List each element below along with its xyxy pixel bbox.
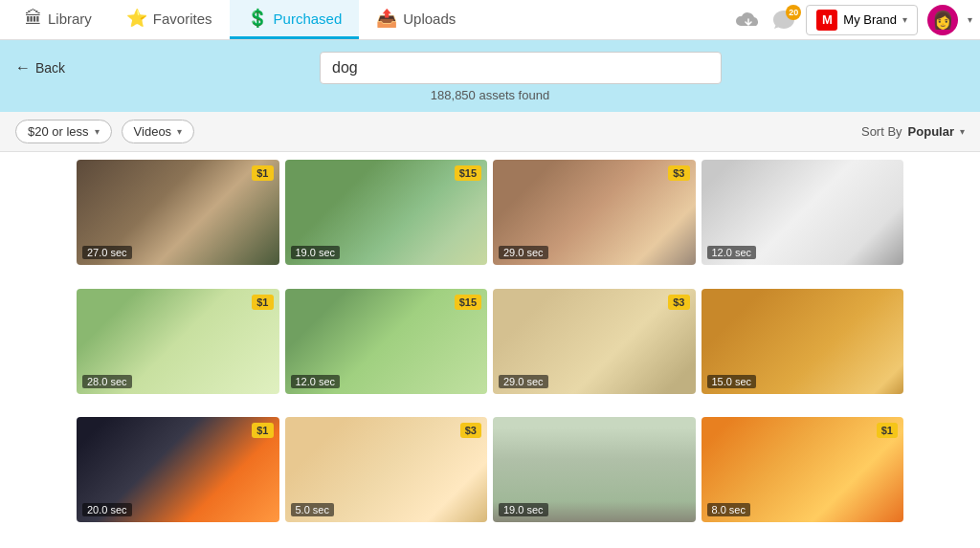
duration-tag: 19.0 sec xyxy=(291,246,341,259)
uploads-icon: 📤 xyxy=(376,8,397,29)
duration-tag: 12.0 sec xyxy=(291,375,341,388)
price-tag: $15 xyxy=(455,165,481,181)
search-bar-area: ← Back 188,850 assets found xyxy=(0,40,980,112)
price-filter-label: $20 or less xyxy=(28,124,89,139)
back-arrow-icon: ← xyxy=(15,59,31,77)
price-tag: $3 xyxy=(668,165,689,181)
duration-tag: 29.0 sec xyxy=(499,375,548,388)
video-thumb[interactable]: $1512.0 sec xyxy=(285,289,488,394)
video-thumb[interactable]: $35.0 sec xyxy=(285,417,488,522)
video-thumb[interactable]: 15.0 sec xyxy=(702,289,904,394)
back-button[interactable]: ← Back xyxy=(15,59,65,77)
brand-dropdown[interactable]: M My Brand ▾ xyxy=(806,5,918,35)
brand-letter: M xyxy=(816,10,837,31)
video-thumb[interactable]: $128.0 sec xyxy=(77,289,279,394)
type-filter[interactable]: Videos ▾ xyxy=(122,120,195,143)
sort-chevron-icon: ▾ xyxy=(960,126,965,137)
sort-by[interactable]: Sort By Popular ▾ xyxy=(861,124,965,139)
nav-right: 20 M My Brand ▾ 👩 ▾ xyxy=(735,0,972,39)
price-filter-chevron-icon: ▾ xyxy=(95,126,100,137)
main-content: ← Back 188,850 assets found $20 or less … xyxy=(0,40,980,548)
video-thumb[interactable]: 19.0 sec xyxy=(493,417,696,522)
tab-purchased-label: Purchased xyxy=(274,11,343,27)
duration-tag: 28.0 sec xyxy=(82,375,132,388)
tab-library[interactable]: 🏛 Library xyxy=(8,0,109,39)
duration-tag: 29.0 sec xyxy=(499,246,548,259)
duration-tag: 27.0 sec xyxy=(82,246,132,259)
avatar-chevron-icon: ▾ xyxy=(968,14,972,25)
price-tag: $15 xyxy=(455,295,481,310)
avatar-emoji: 👩 xyxy=(932,10,953,31)
filter-bar: $20 or less ▾ Videos ▾ Sort By Popular ▾ xyxy=(0,112,980,152)
video-thumb[interactable]: 12.0 sec xyxy=(702,160,904,265)
duration-tag: 8.0 sec xyxy=(707,503,750,516)
duration-tag: 5.0 sec xyxy=(291,503,334,516)
brand-chevron-icon: ▾ xyxy=(902,14,907,25)
results-count: 188,850 assets found xyxy=(431,88,549,102)
tab-favorites-label: Favorites xyxy=(153,11,212,27)
price-filter[interactable]: $20 or less ▾ xyxy=(15,120,112,143)
price-tag: $3 xyxy=(460,423,481,438)
sort-by-label: Sort By xyxy=(861,124,902,139)
video-thumb[interactable]: $127.0 sec xyxy=(77,160,279,265)
type-filter-label: Videos xyxy=(134,124,172,139)
favorites-icon: ⭐ xyxy=(126,8,147,29)
tab-uploads-label: Uploads xyxy=(403,11,456,27)
video-grid: $127.0 sec$1519.0 sec$329.0 sec12.0 sec$… xyxy=(0,152,980,548)
video-thumb[interactable]: $18.0 sec xyxy=(702,417,904,522)
chat-button[interactable]: 20 xyxy=(771,9,796,32)
duration-tag: 20.0 sec xyxy=(82,503,132,516)
price-tag: $1 xyxy=(252,295,273,310)
tab-favorites[interactable]: ⭐ Favorites xyxy=(109,0,230,39)
duration-tag: 19.0 sec xyxy=(499,503,548,516)
type-filter-chevron-icon: ▾ xyxy=(177,126,182,137)
duration-tag: 12.0 sec xyxy=(707,246,757,259)
duration-tag: 15.0 sec xyxy=(707,375,757,388)
top-nav: 🏛 Library ⭐ Favorites 💲 Purchased 📤 Uplo… xyxy=(0,0,980,40)
search-input-wrap xyxy=(320,52,722,84)
price-tag: $1 xyxy=(877,423,898,438)
video-thumb[interactable]: $329.0 sec xyxy=(493,160,696,265)
price-tag: $1 xyxy=(252,423,273,438)
library-icon: 🏛 xyxy=(25,9,42,29)
price-tag: $3 xyxy=(668,295,689,310)
tab-purchased[interactable]: 💲 Purchased xyxy=(230,0,360,39)
sort-by-value: Popular xyxy=(908,124,954,139)
purchased-icon: 💲 xyxy=(247,8,268,29)
search-row: ← Back xyxy=(15,52,965,84)
search-input[interactable] xyxy=(320,52,722,84)
video-thumb[interactable]: $329.0 sec xyxy=(493,289,696,394)
avatar-button[interactable]: 👩 xyxy=(927,5,958,35)
notification-badge: 20 xyxy=(786,5,801,20)
video-thumb[interactable]: $120.0 sec xyxy=(77,417,279,522)
back-label: Back xyxy=(35,60,65,76)
video-thumb[interactable]: $1519.0 sec xyxy=(285,160,488,265)
tab-uploads[interactable]: 📤 Uploads xyxy=(359,0,473,39)
cloud-button[interactable] xyxy=(735,10,762,31)
price-tag: $1 xyxy=(252,165,273,181)
tab-library-label: Library xyxy=(48,11,92,27)
brand-name: My Brand xyxy=(843,12,897,27)
